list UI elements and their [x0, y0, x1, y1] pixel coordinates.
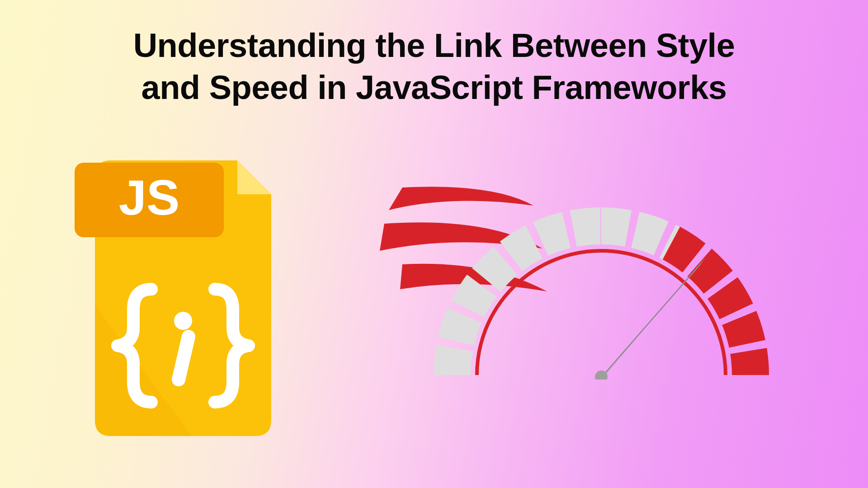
- speedometer-icon: [375, 163, 782, 434]
- js-label-text: JS: [119, 169, 180, 225]
- svg-point-1: [174, 312, 192, 330]
- title-line-1: Understanding the Link Between Style: [133, 27, 735, 64]
- javascript-file-icon: JS: [70, 160, 296, 441]
- page-title: Understanding the Link Between Style and…: [0, 25, 868, 108]
- title-line-2: and Speed in JavaScript Frameworks: [142, 69, 727, 106]
- svg-point-2: [595, 371, 608, 383]
